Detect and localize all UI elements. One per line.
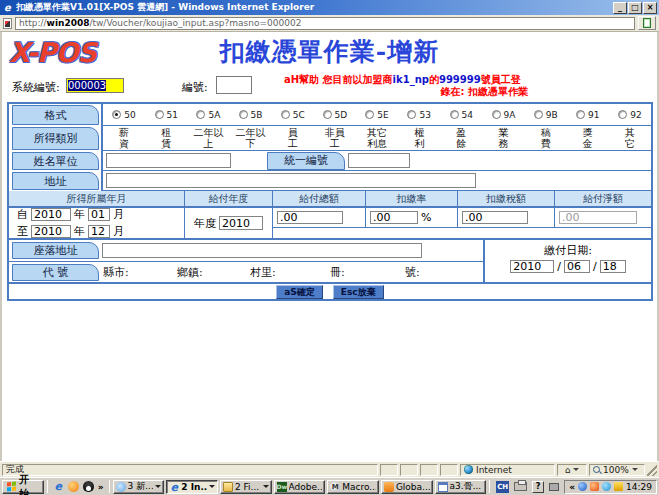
income-type-business: 業務 [482,127,524,149]
ie-logo-icon: e [2,2,13,13]
status-segment [420,464,438,476]
format-radio-9a[interactable]: 9A [482,110,524,120]
task-button-macromedia[interactable]: MMacro... [327,480,379,494]
radio-icon [323,110,332,119]
income-type-other: 其它 [609,127,651,149]
task-button-global[interactable]: Globa... [381,480,433,494]
tax-amount-cell [458,208,555,227]
year-suffix: 年 [74,207,85,222]
system-number-input[interactable]: 000003 [66,78,124,93]
from-month-input[interactable] [88,208,110,221]
format-radio-91[interactable]: 91 [567,110,609,120]
income-type-rights: 權利 [398,127,440,149]
tax-rate-input[interactable] [370,211,418,224]
format-radio-51[interactable]: 51 [145,110,187,120]
radio-icon [450,110,459,119]
format-radio-5a[interactable]: 5A [187,110,229,120]
dreamweaver-icon: Dw [277,482,287,492]
cancel-button[interactable]: Esc放棄 [333,285,384,299]
url-input[interactable]: http://win2008/tw/Voucher/koujiao_input.… [15,17,635,30]
income-type-nonemployee: 非員工 [314,127,356,149]
format-radio-5e[interactable]: 5E [356,110,398,120]
window-titlebar: e 扣繳憑單作業V1.01[X-POS 雲通網] - Windows Inter… [0,0,659,15]
page-icon [3,18,12,29]
table-body-spacer [273,227,651,238]
pay-year-input[interactable] [219,216,263,230]
tray-icon-shield[interactable] [614,482,623,491]
amount-table-body: 自 年 月 至 年 月 年度 [9,208,651,240]
pay-date-label: 繳付日期: [485,240,651,258]
from-year-input[interactable] [31,208,71,221]
radio-icon [534,110,543,119]
close-button[interactable]: × [643,2,657,14]
minimize-button[interactable]: _ [613,2,627,14]
pay-year-label: 年度 [194,216,216,231]
tax-amount-input[interactable] [462,211,528,224]
format-radio-5d[interactable]: 5D [314,110,356,120]
income-type-manuscript: 稿費 [525,127,567,149]
format-radio-9b[interactable]: 9B [525,110,567,120]
pay-date-year-input[interactable] [510,260,554,273]
to-label: 至 [17,224,28,239]
income-type-row: 所得類別 薪資 租賃 二年以上 二年以下 員工 非員工 其它利息 權利 盈餘 業… [9,126,651,151]
qq-penguin-icon[interactable] [83,481,94,492]
help-line2: 錄在: 扣繳憑單作業 [284,86,552,98]
tray-icon-blue[interactable] [602,482,611,491]
language-indicator[interactable]: CH [496,481,509,493]
to-month-input[interactable] [88,225,110,238]
header-period: 所得所屬年月 [9,191,185,206]
task-button-folder-group[interactable]: 2 Fi... [220,480,272,494]
orange-app-icon[interactable] [68,481,79,492]
address-row: 地址 [9,171,651,191]
resize-grip[interactable] [647,464,657,476]
zoom-control[interactable]: 100% [589,464,645,476]
radio-icon [155,110,164,119]
maximize-button[interactable]: □ [628,2,642,14]
number-input[interactable] [216,76,252,94]
format-radio-5b[interactable]: 5B [229,110,271,120]
format-radio-53[interactable]: 53 [398,110,440,120]
help-icon[interactable]: ? [532,481,544,493]
pay-date-month-input[interactable] [564,260,590,273]
format-radio-5c[interactable]: 5C [272,110,314,120]
taskbar: 开始 e » 3 新... e2 In... 2 Fi... DwAdobe..… [0,477,659,495]
format-radio-54[interactable]: 54 [440,110,482,120]
radio-icon [112,110,121,119]
ie-icon: e [169,482,179,492]
keyboard-icon[interactable] [549,483,559,491]
format-radio-50[interactable]: 50 [103,110,145,120]
task-button-doc[interactable]: a3.骨... [435,480,487,494]
url-path: /tw/Voucher/koujiao_input.asp?masno=0000… [89,18,301,28]
go-button[interactable] [638,16,656,30]
code-row: 代 號 縣市: 鄉鎮: 村里: 冊: 號: [9,262,483,282]
header-pay-year: 給付年度 [185,191,273,206]
chevron-down-icon [632,468,638,471]
pay-date-day-input[interactable] [600,260,626,273]
location-input[interactable] [102,243,422,258]
format-radio-92[interactable]: 92 [609,110,651,120]
task-button-adobe[interactable]: DwAdobe... [274,480,326,494]
year-suffix: 年 [74,224,85,239]
name-unit-input[interactable] [106,153,231,168]
income-type-surplus: 盈餘 [440,127,482,149]
start-button[interactable]: 开始 [2,480,44,494]
confirm-button[interactable]: aS確定 [276,285,323,299]
to-year-input[interactable] [31,225,71,238]
printer-icon[interactable] [514,482,527,491]
collapse-chevron-icon[interactable]: « [569,482,575,492]
task-button-group-1[interactable]: 3 新... [113,480,165,494]
help-link[interactable]: aH幫助 [284,74,319,85]
page-content: X-POS 扣繳憑單作業-增新 系統編號: 000003 編號: aH幫助 您目… [0,32,659,461]
tray-icon-orange[interactable] [590,482,599,491]
period-cell: 自 年 月 至 年 月 [9,208,185,238]
task-button-ie-group[interactable]: e2 In... [166,480,218,494]
ie-quicklaunch-icon[interactable]: e [53,481,64,492]
chevron-down-icon [209,485,215,488]
protected-mode-control[interactable]: ⌂ [557,464,587,476]
magnifier-icon [593,466,600,473]
tray-icon-messenger[interactable] [578,482,587,491]
total-amount-input[interactable] [277,211,343,224]
overflow-chevron-icon[interactable]: » [98,482,104,492]
unified-number-input[interactable] [348,153,410,168]
address-input[interactable] [106,173,476,188]
